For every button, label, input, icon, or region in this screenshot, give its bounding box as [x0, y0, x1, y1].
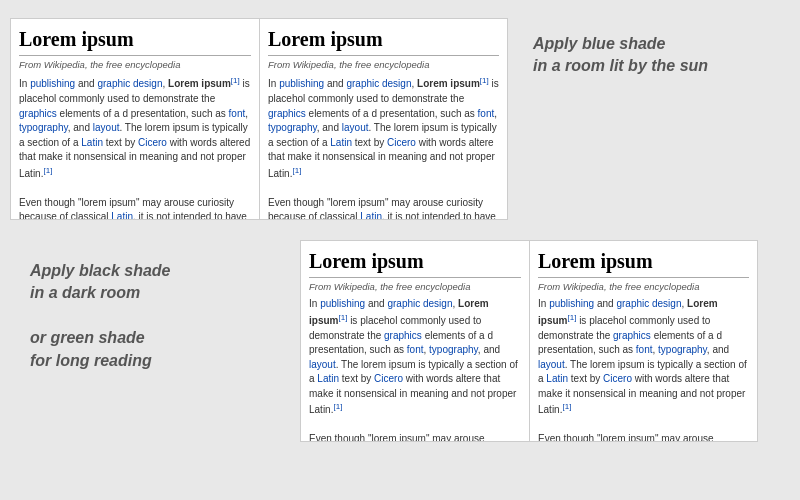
article-title-2: Lorem ipsum	[268, 25, 499, 56]
article-title-1: Lorem ipsum	[19, 25, 251, 56]
link-ly4: layout	[538, 359, 565, 370]
top-label-line2: in a room lit by the sun	[533, 57, 708, 74]
link-lt5: Latin	[546, 373, 568, 384]
link-gd2: graphic design	[346, 79, 411, 90]
link-latin2: Latin	[111, 211, 133, 219]
link-graphics2: graphics	[268, 108, 306, 119]
article-subtitle-2: From Wikipedia, the free encyclopedia	[268, 58, 499, 71]
top-label-box: Apply blue shade in a room lit by the su…	[508, 18, 708, 78]
link-publishing2: publishing	[279, 79, 324, 90]
link-cc4: Cicero	[603, 373, 632, 384]
bold-lorem2: Lorem ipsum	[417, 79, 480, 90]
link-gr3: graphics	[384, 330, 422, 341]
top-left-article-left: Lorem ipsum From Wikipedia, the free enc…	[11, 19, 259, 219]
link-layout: layout	[93, 122, 120, 133]
bottom-right-article-pair: Lorem ipsum From Wikipedia, the free enc…	[300, 240, 758, 442]
bottom-label-line5: for long reading	[30, 352, 152, 369]
link-latin3: Latin	[330, 137, 352, 148]
article-subtitle-3: From Wikipedia, the free encyclopedia	[309, 280, 521, 293]
article-body-2: In publishing and graphic design, Lorem …	[268, 75, 499, 219]
bottom-label-line4: or green shade	[30, 329, 145, 346]
bottom-label-line1: Apply black shade	[30, 262, 171, 279]
link-fn4: font	[636, 344, 653, 355]
bottom-article-right: Lorem ipsum From Wikipedia, the free enc…	[529, 241, 757, 441]
link-latin: Latin	[81, 137, 103, 148]
link-cc3: Cicero	[374, 373, 403, 384]
bottom-label-box: Apply black shade in a dark room or gree…	[10, 240, 300, 392]
article-body-4: In publishing and graphic design, Lorem …	[538, 297, 749, 441]
bottom-label-line2: in a dark room	[30, 284, 140, 301]
link-tp3: typography	[429, 344, 478, 355]
link-pub4: publishing	[549, 298, 594, 309]
bottom-label-text: Apply black shade in a dark room or gree…	[30, 260, 171, 372]
article-subtitle-4: From Wikipedia, the free encyclopedia	[538, 280, 749, 293]
link-gd4: graphic design	[616, 298, 681, 309]
link-layout2: layout	[342, 122, 369, 133]
article-title-3: Lorem ipsum	[309, 247, 521, 278]
top-label-line1: Apply blue shade	[533, 35, 665, 52]
article-subtitle-1: From Wikipedia, the free encyclopedia	[19, 58, 251, 71]
link-font: font	[229, 108, 246, 119]
article-title-4: Lorem ipsum	[538, 247, 749, 278]
link-lt3: Latin	[317, 373, 339, 384]
link-font2: font	[478, 108, 495, 119]
top-left-article-right: Lorem ipsum From Wikipedia, the free enc…	[259, 19, 507, 219]
bottom-section: Apply black shade in a dark room or gree…	[0, 230, 800, 452]
top-left-article-pair: Lorem ipsum From Wikipedia, the free enc…	[10, 18, 508, 220]
bold-lorem: Lorem ipsum	[168, 79, 231, 90]
link-graphic-design: graphic design	[97, 79, 162, 90]
link-cicero: Cicero	[138, 137, 167, 148]
link-fn3: font	[407, 344, 424, 355]
link-publishing: publishing	[30, 79, 75, 90]
top-label-text: Apply blue shade in a room lit by the su…	[533, 33, 708, 78]
link-gd3: graphic design	[387, 298, 452, 309]
bottom-article-left: Lorem ipsum From Wikipedia, the free enc…	[301, 241, 529, 441]
link-tp4: typography	[658, 344, 707, 355]
article-body-3: In publishing and graphic design, Lorem …	[309, 297, 521, 441]
link-pub3: publishing	[320, 298, 365, 309]
link-graphics: graphics	[19, 108, 57, 119]
link-ly3: layout	[309, 359, 336, 370]
link-gr4: graphics	[613, 330, 651, 341]
link-cicero2: Cicero	[387, 137, 416, 148]
article-body-1: In publishing and graphic design, Lorem …	[19, 75, 251, 219]
link-typo2: typography	[268, 122, 317, 133]
link-typography: typography	[19, 122, 68, 133]
top-section: Lorem ipsum From Wikipedia, the free enc…	[0, 0, 800, 230]
link-latin4: Latin	[360, 211, 382, 219]
